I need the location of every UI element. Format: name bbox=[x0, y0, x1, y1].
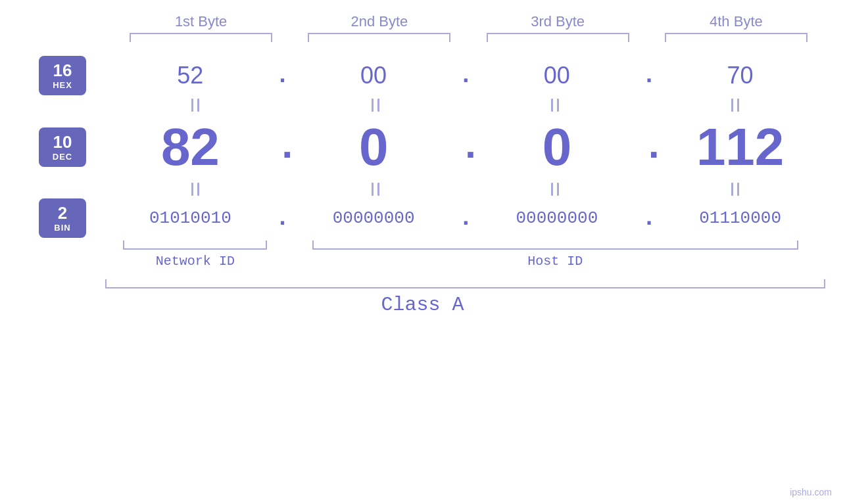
bottom-section: Network ID Host ID bbox=[20, 241, 825, 269]
dec-badge-number: 10 bbox=[53, 133, 72, 152]
bracket-byte2 bbox=[290, 33, 468, 42]
network-bracket bbox=[105, 241, 285, 250]
hex-row: 16 HEX 52 . 00 . 00 . 70 bbox=[20, 55, 825, 96]
eq2-byte4 bbox=[645, 183, 825, 196]
id-labels-row: Network ID Host ID bbox=[105, 254, 825, 269]
host-bracket bbox=[285, 241, 825, 250]
hex-byte2: 00 bbox=[289, 55, 459, 96]
eq2-byte1 bbox=[105, 183, 285, 196]
bin-dot2: . bbox=[459, 205, 472, 232]
eq1-byte2 bbox=[285, 99, 466, 112]
dec-dot3: . bbox=[642, 125, 655, 170]
dec-badge: 10 DEC bbox=[39, 127, 86, 167]
byte4-header: 4th Byte bbox=[647, 13, 825, 30]
bin-badge-text: BIN bbox=[54, 223, 70, 233]
dec-badge-text: DEC bbox=[53, 152, 72, 162]
bracket-byte3 bbox=[469, 33, 647, 42]
eq2-byte2 bbox=[285, 183, 466, 196]
eq1-byte4 bbox=[645, 99, 825, 112]
hex-badge-text: HEX bbox=[53, 80, 72, 90]
bin-row: 2 BIN 01010010 . 00000000 . 00000000 . 0… bbox=[20, 198, 825, 238]
dec-byte4: 112 bbox=[655, 114, 825, 180]
eq1-byte1 bbox=[105, 99, 285, 112]
bin-badge-number: 2 bbox=[58, 204, 67, 223]
dec-label-cell: 10 DEC bbox=[20, 127, 105, 167]
hex-byte4: 70 bbox=[655, 55, 825, 96]
watermark: ipshu.com bbox=[790, 487, 832, 497]
byte3-header: 3rd Byte bbox=[469, 13, 647, 30]
bin-byte3: 00000000 bbox=[472, 202, 642, 235]
hex-badge: 16 HEX bbox=[39, 56, 86, 95]
bin-label-cell: 2 BIN bbox=[20, 198, 105, 238]
byte1-header: 1st Byte bbox=[112, 13, 290, 30]
class-label-row: Class A bbox=[20, 294, 825, 316]
bracket-byte4 bbox=[647, 33, 825, 42]
bin-byte1: 01010010 bbox=[105, 202, 276, 235]
bin-badge: 2 BIN bbox=[39, 198, 86, 238]
hex-byte3: 00 bbox=[472, 55, 642, 96]
network-id-label: Network ID bbox=[105, 254, 285, 269]
bottom-brackets-row bbox=[105, 241, 825, 250]
dec-dot2: . bbox=[459, 125, 472, 170]
dec-byte1: 82 bbox=[105, 114, 276, 180]
bin-byte2: 00000000 bbox=[289, 202, 459, 235]
dec-dot1: . bbox=[276, 125, 289, 170]
equals-row-1 bbox=[20, 99, 825, 112]
dec-byte3: 0 bbox=[472, 114, 642, 180]
dec-row: 10 DEC 82 . 0 . 0 . 112 bbox=[20, 114, 825, 180]
class-label: Class A bbox=[381, 294, 464, 316]
eq2-byte3 bbox=[466, 183, 646, 196]
bin-dot1: . bbox=[276, 205, 289, 232]
bin-byte4: 01110000 bbox=[655, 202, 825, 235]
hex-label-cell: 16 HEX bbox=[20, 56, 105, 95]
bin-dot3: . bbox=[642, 205, 655, 232]
big-bracket-row bbox=[105, 279, 825, 288]
bracket-byte1 bbox=[112, 33, 290, 42]
byte2-header: 2nd Byte bbox=[290, 13, 468, 30]
hex-byte1: 52 bbox=[105, 55, 276, 96]
hex-dot3: . bbox=[642, 62, 655, 89]
big-bracket-line bbox=[105, 279, 825, 288]
dec-byte2: 0 bbox=[289, 114, 459, 180]
equals-row-2 bbox=[20, 183, 825, 196]
hex-dot2: . bbox=[459, 62, 472, 89]
eq1-byte3 bbox=[466, 99, 646, 112]
hex-badge-number: 16 bbox=[53, 61, 72, 80]
hex-dot1: . bbox=[276, 62, 289, 89]
host-id-label: Host ID bbox=[285, 254, 825, 269]
